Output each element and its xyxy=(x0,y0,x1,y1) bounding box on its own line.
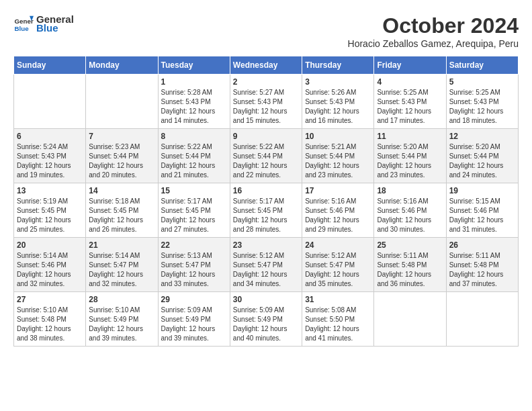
calendar-cell: 30Sunrise: 5:09 AM Sunset: 5:49 PM Dayli… xyxy=(230,292,302,347)
calendar-header-row: SundayMondayTuesdayWednesdayThursdayFrid… xyxy=(14,56,519,75)
weekday-header-thursday: Thursday xyxy=(302,56,374,75)
day-number: 4 xyxy=(377,77,443,87)
calendar-cell: 20Sunrise: 5:14 AM Sunset: 5:46 PM Dayli… xyxy=(14,238,86,292)
calendar-cell: 9Sunrise: 5:22 AM Sunset: 5:44 PM Daylig… xyxy=(230,129,302,183)
day-number: 15 xyxy=(161,186,227,195)
calendar-week-row: 20Sunrise: 5:14 AM Sunset: 5:46 PM Dayli… xyxy=(14,238,519,292)
weekday-header-monday: Monday xyxy=(86,56,158,75)
calendar-week-row: 6Sunrise: 5:24 AM Sunset: 5:43 PM Daylig… xyxy=(14,129,519,183)
day-info: Sunrise: 5:14 AM Sunset: 5:47 PM Dayligh… xyxy=(89,251,154,289)
day-number: 16 xyxy=(233,186,299,195)
day-info: Sunrise: 5:16 AM Sunset: 5:46 PM Dayligh… xyxy=(377,197,443,234)
day-number: 3 xyxy=(305,77,371,87)
calendar-cell xyxy=(86,75,158,129)
calendar-cell: 11Sunrise: 5:20 AM Sunset: 5:44 PM Dayli… xyxy=(374,129,446,183)
day-number: 23 xyxy=(233,240,299,250)
day-info: Sunrise: 5:09 AM Sunset: 5:49 PM Dayligh… xyxy=(233,306,299,343)
day-number: 6 xyxy=(17,132,83,141)
day-number: 10 xyxy=(305,132,371,141)
title-block: October 2024 Horacio Zeballos Gamez, Are… xyxy=(348,13,519,49)
day-number: 25 xyxy=(377,240,443,250)
day-number: 13 xyxy=(17,186,83,195)
day-number: 8 xyxy=(161,132,227,141)
day-info: Sunrise: 5:24 AM Sunset: 5:43 PM Dayligh… xyxy=(17,142,83,180)
day-number: 29 xyxy=(161,295,227,304)
calendar-cell: 19Sunrise: 5:15 AM Sunset: 5:46 PM Dayli… xyxy=(446,183,518,238)
calendar-cell: 17Sunrise: 5:16 AM Sunset: 5:46 PM Dayli… xyxy=(302,183,374,238)
day-number: 22 xyxy=(161,240,227,250)
day-number: 30 xyxy=(233,295,299,304)
day-number: 27 xyxy=(17,295,83,304)
day-info: Sunrise: 5:21 AM Sunset: 5:44 PM Dayligh… xyxy=(305,142,371,180)
weekday-header-sunday: Sunday xyxy=(14,56,86,75)
day-number: 12 xyxy=(449,132,515,141)
calendar-week-row: 13Sunrise: 5:19 AM Sunset: 5:45 PM Dayli… xyxy=(14,183,519,238)
day-number: 28 xyxy=(89,295,154,304)
day-info: Sunrise: 5:27 AM Sunset: 5:43 PM Dayligh… xyxy=(233,88,299,126)
day-info: Sunrise: 5:19 AM Sunset: 5:45 PM Dayligh… xyxy=(17,197,83,234)
calendar-cell: 1Sunrise: 5:28 AM Sunset: 5:43 PM Daylig… xyxy=(158,75,230,129)
calendar-cell xyxy=(374,292,446,347)
day-info: Sunrise: 5:11 AM Sunset: 5:48 PM Dayligh… xyxy=(377,251,443,289)
calendar-cell: 15Sunrise: 5:17 AM Sunset: 5:45 PM Dayli… xyxy=(158,183,230,238)
location-subtitle: Horacio Zeballos Gamez, Arequipa, Peru xyxy=(348,38,519,49)
month-year-title: October 2024 xyxy=(348,13,519,38)
weekday-header-wednesday: Wednesday xyxy=(230,56,302,75)
calendar-cell: 13Sunrise: 5:19 AM Sunset: 5:45 PM Dayli… xyxy=(14,183,86,238)
weekday-header-friday: Friday xyxy=(374,56,446,75)
day-info: Sunrise: 5:28 AM Sunset: 5:43 PM Dayligh… xyxy=(161,88,227,126)
calendar-week-row: 27Sunrise: 5:10 AM Sunset: 5:48 PM Dayli… xyxy=(14,292,519,347)
weekday-header-saturday: Saturday xyxy=(446,56,518,75)
day-number: 18 xyxy=(377,186,443,195)
calendar-cell: 2Sunrise: 5:27 AM Sunset: 5:43 PM Daylig… xyxy=(230,75,302,129)
day-info: Sunrise: 5:15 AM Sunset: 5:46 PM Dayligh… xyxy=(449,197,515,234)
calendar-cell: 27Sunrise: 5:10 AM Sunset: 5:48 PM Dayli… xyxy=(14,292,86,347)
day-info: Sunrise: 5:10 AM Sunset: 5:48 PM Dayligh… xyxy=(17,306,83,343)
day-number: 5 xyxy=(449,77,515,87)
logo-icon: General Blue xyxy=(13,13,34,34)
calendar-cell: 22Sunrise: 5:13 AM Sunset: 5:47 PM Dayli… xyxy=(158,238,230,292)
calendar-cell: 5Sunrise: 5:25 AM Sunset: 5:43 PM Daylig… xyxy=(446,75,518,129)
day-number: 24 xyxy=(305,240,371,250)
day-info: Sunrise: 5:09 AM Sunset: 5:49 PM Dayligh… xyxy=(161,306,227,343)
svg-text:Blue: Blue xyxy=(15,25,30,32)
day-info: Sunrise: 5:13 AM Sunset: 5:47 PM Dayligh… xyxy=(161,251,227,289)
weekday-header-tuesday: Tuesday xyxy=(158,56,230,75)
day-info: Sunrise: 5:08 AM Sunset: 5:50 PM Dayligh… xyxy=(305,306,371,343)
day-info: Sunrise: 5:11 AM Sunset: 5:48 PM Dayligh… xyxy=(449,251,515,289)
day-info: Sunrise: 5:14 AM Sunset: 5:46 PM Dayligh… xyxy=(17,251,83,289)
day-info: Sunrise: 5:20 AM Sunset: 5:44 PM Dayligh… xyxy=(377,142,443,180)
day-info: Sunrise: 5:26 AM Sunset: 5:43 PM Dayligh… xyxy=(305,88,371,126)
calendar-cell: 23Sunrise: 5:12 AM Sunset: 5:47 PM Dayli… xyxy=(230,238,302,292)
day-info: Sunrise: 5:18 AM Sunset: 5:45 PM Dayligh… xyxy=(89,197,154,234)
day-info: Sunrise: 5:25 AM Sunset: 5:43 PM Dayligh… xyxy=(377,88,443,126)
calendar-cell: 25Sunrise: 5:11 AM Sunset: 5:48 PM Dayli… xyxy=(374,238,446,292)
calendar-cell xyxy=(14,75,86,129)
calendar-cell: 16Sunrise: 5:17 AM Sunset: 5:45 PM Dayli… xyxy=(230,183,302,238)
day-info: Sunrise: 5:17 AM Sunset: 5:45 PM Dayligh… xyxy=(233,197,299,234)
day-number: 26 xyxy=(449,240,515,250)
day-number: 9 xyxy=(233,132,299,141)
calendar-cell: 28Sunrise: 5:10 AM Sunset: 5:49 PM Dayli… xyxy=(86,292,158,347)
day-number: 11 xyxy=(377,132,443,141)
page-header: General Blue General Blue October 2024 H… xyxy=(13,13,519,49)
logo: General Blue General Blue xyxy=(13,13,74,34)
day-info: Sunrise: 5:10 AM Sunset: 5:49 PM Dayligh… xyxy=(89,306,154,343)
day-number: 21 xyxy=(89,240,154,250)
day-number: 17 xyxy=(305,186,371,195)
calendar-cell: 3Sunrise: 5:26 AM Sunset: 5:43 PM Daylig… xyxy=(302,75,374,129)
day-info: Sunrise: 5:16 AM Sunset: 5:46 PM Dayligh… xyxy=(305,197,371,234)
calendar-cell: 26Sunrise: 5:11 AM Sunset: 5:48 PM Dayli… xyxy=(446,238,518,292)
calendar-cell xyxy=(446,292,518,347)
day-number: 19 xyxy=(449,186,515,195)
calendar-cell: 21Sunrise: 5:14 AM Sunset: 5:47 PM Dayli… xyxy=(86,238,158,292)
day-info: Sunrise: 5:12 AM Sunset: 5:47 PM Dayligh… xyxy=(233,251,299,289)
day-info: Sunrise: 5:17 AM Sunset: 5:45 PM Dayligh… xyxy=(161,197,227,234)
day-number: 31 xyxy=(305,295,371,304)
calendar-cell: 7Sunrise: 5:23 AM Sunset: 5:44 PM Daylig… xyxy=(86,129,158,183)
calendar-cell: 24Sunrise: 5:12 AM Sunset: 5:47 PM Dayli… xyxy=(302,238,374,292)
day-info: Sunrise: 5:22 AM Sunset: 5:44 PM Dayligh… xyxy=(161,142,227,180)
calendar-table: SundayMondayTuesdayWednesdayThursdayFrid… xyxy=(13,56,519,347)
calendar-cell: 31Sunrise: 5:08 AM Sunset: 5:50 PM Dayli… xyxy=(302,292,374,347)
calendar-week-row: 1Sunrise: 5:28 AM Sunset: 5:43 PM Daylig… xyxy=(14,75,519,129)
